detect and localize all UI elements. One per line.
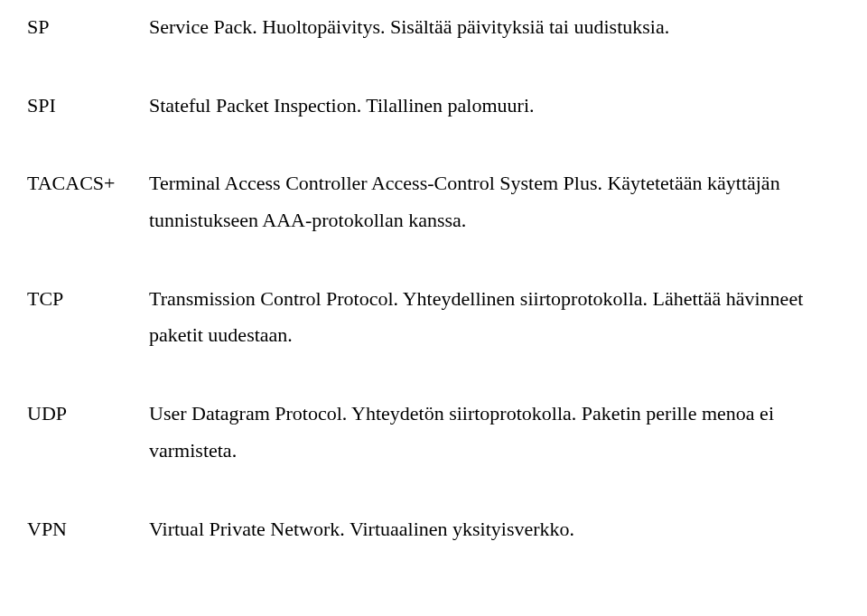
- definition: Transmission Control Protocol. Yhteydell…: [149, 281, 840, 354]
- definition: Service Pack. Huoltopäivitys. Sisältää p…: [149, 9, 840, 46]
- term: VPN: [27, 511, 149, 548]
- definition: Virtual Private Network. Virtuaalinen yk…: [149, 511, 840, 548]
- definition-entry: SPI Stateful Packet Inspection. Tilallin…: [27, 88, 840, 125]
- term: TCP: [27, 281, 149, 318]
- term: SP: [27, 9, 149, 46]
- definition-entry: SP Service Pack. Huoltopäivitys. Sisältä…: [27, 9, 840, 46]
- term: SPI: [27, 88, 149, 125]
- definition: Terminal Access Controller Access-Contro…: [149, 165, 840, 238]
- term: TACACS+: [27, 165, 149, 202]
- definition-entry: UDP User Datagram Protocol. Yhteydetön s…: [27, 396, 840, 469]
- definition: User Datagram Protocol. Yhteydetön siirt…: [149, 396, 840, 469]
- definition-entry: TACACS+ Terminal Access Controller Acces…: [27, 165, 840, 238]
- definition-entry: TCP Transmission Control Protocol. Yhtey…: [27, 281, 840, 354]
- definition-entry: VPN Virtual Private Network. Virtuaaline…: [27, 511, 840, 548]
- definition: Stateful Packet Inspection. Tilallinen p…: [149, 88, 840, 125]
- term: UDP: [27, 396, 149, 433]
